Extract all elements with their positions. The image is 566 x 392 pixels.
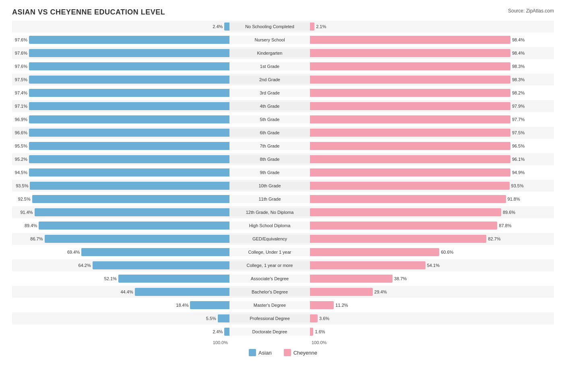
cheyenne-value: 93.5% <box>511 183 527 188</box>
row-label: Master's Degree <box>229 301 310 309</box>
asian-value: 92.5% <box>15 197 31 201</box>
cheyenne-value: 3.6% <box>319 316 335 321</box>
asian-value: 86.7% <box>28 236 43 241</box>
cheyenne-value: 97.5% <box>512 130 527 135</box>
cheyenne-bar <box>310 23 314 31</box>
row-label: GED/Equivalency <box>229 235 310 243</box>
left-bar-container: 91.4% <box>12 208 229 216</box>
left-bar-container: 92.5% <box>12 195 229 203</box>
legend: Asian Cheyenne <box>12 349 554 356</box>
row-label: High School Diploma <box>229 222 310 230</box>
cheyenne-value: 97.9% <box>512 104 527 109</box>
cheyenne-bar <box>310 222 497 230</box>
cheyenne-value: 54.1% <box>427 263 442 268</box>
right-bar-container: 98.4% <box>310 49 527 57</box>
axis-left: 100.0% <box>12 340 229 345</box>
row-label: Nursery School <box>229 36 310 44</box>
right-bar-container: 97.7% <box>310 115 527 123</box>
left-bar-container: 44.4% <box>12 288 229 296</box>
cheyenne-bar <box>310 328 313 336</box>
left-bar-container: 5.5% <box>12 314 229 322</box>
asian-value: 97.6% <box>12 64 27 69</box>
asian-value: 96.6% <box>12 130 27 135</box>
cheyenne-value: 98.3% <box>512 64 527 69</box>
right-bar-container: 96.5% <box>310 142 527 150</box>
asian-value: 93.5% <box>13 183 28 188</box>
asian-value: 69.4% <box>64 250 80 254</box>
chart-row: 94.5% 9th Grade 94.9% <box>12 166 554 179</box>
left-bar-container: 69.4% <box>12 248 229 256</box>
cheyenne-bar <box>310 208 501 216</box>
left-bar-container: 2.4% <box>12 328 229 336</box>
asian-value: 97.4% <box>12 90 27 95</box>
cheyenne-bar <box>310 102 510 110</box>
right-bar-container: 97.5% <box>310 129 527 137</box>
axis-right: 100.0% <box>310 340 527 345</box>
cheyenne-bar <box>310 142 510 150</box>
cheyenne-bar <box>310 261 426 269</box>
row-label: 11th Grade <box>229 195 310 203</box>
chart-title: ASIAN VS CHEYENNE EDUCATION LEVEL <box>12 8 554 16</box>
asian-bar <box>39 222 229 230</box>
cheyenne-value: 98.4% <box>512 51 527 55</box>
row-label: 4th Grade <box>229 102 310 110</box>
cheyenne-bar <box>310 129 510 137</box>
legend-box-cheyenne <box>284 349 291 356</box>
asian-bar <box>32 195 229 203</box>
chart-row: 5.5% Professional Degree 3.6% <box>12 312 554 324</box>
row-label: 7th Grade <box>229 142 310 150</box>
chart-row: 52.1% Associate's Degree 38.7% <box>12 273 554 285</box>
asian-value: 96.9% <box>12 117 27 122</box>
right-bar-container: 11.2% <box>310 301 527 309</box>
asian-value: 64.2% <box>76 263 91 268</box>
chart-row: 97.6% Kindergarten 98.4% <box>12 47 554 59</box>
chart-row: 95.2% 8th Grade 96.1% <box>12 153 554 165</box>
left-bar-container: 97.5% <box>12 76 229 84</box>
cheyenne-value: 60.6% <box>441 250 456 254</box>
chart-row: 69.4% College, Under 1 year 60.6% <box>12 246 554 258</box>
left-bar-container: 64.2% <box>12 261 229 269</box>
left-bar-container: 86.7% <box>12 235 229 243</box>
left-bar-container: 94.5% <box>12 168 229 177</box>
right-bar-container: 98.3% <box>310 76 527 84</box>
left-bar-container: 89.4% <box>12 222 229 230</box>
row-label: 8th Grade <box>229 155 310 163</box>
asian-bar <box>29 76 229 84</box>
cheyenne-bar <box>310 182 510 190</box>
legend-label-cheyenne: Cheyenne <box>293 350 317 356</box>
right-bar-container: 96.1% <box>310 155 527 163</box>
asian-value: 97.6% <box>12 51 27 55</box>
left-bar-container: 96.9% <box>12 115 229 123</box>
asian-bar <box>118 275 229 283</box>
asian-bar <box>224 328 229 336</box>
right-bar-container: 29.4% <box>310 288 527 296</box>
cheyenne-value: 91.8% <box>508 197 523 201</box>
cheyenne-bar <box>310 49 510 57</box>
axis-row: 100.0% 100.0% <box>12 340 554 345</box>
row-label: Associate's Degree <box>229 275 310 283</box>
left-bar-container: 95.5% <box>12 142 229 150</box>
cheyenne-bar <box>310 288 373 296</box>
row-label: College, 1 year or more <box>229 261 310 269</box>
row-label: Professional Degree <box>229 314 310 322</box>
row-label: Bachelor's Degree <box>229 288 310 296</box>
right-bar-container: 98.4% <box>310 36 527 44</box>
legend-label-asian: Asian <box>258 350 272 356</box>
asian-bar <box>29 62 229 70</box>
cheyenne-bar <box>310 115 510 123</box>
left-bar-container: 97.6% <box>12 36 229 44</box>
row-label: Kindergarten <box>229 49 310 57</box>
asian-bar <box>218 314 229 322</box>
left-bar-container: 97.4% <box>12 89 229 97</box>
left-bar-container: 97.1% <box>12 102 229 110</box>
cheyenne-value: 98.2% <box>512 90 527 95</box>
row-label: 2nd Grade <box>229 76 310 84</box>
right-bar-container: 82.7% <box>310 235 527 243</box>
right-bar-container: 93.5% <box>310 182 527 190</box>
right-bar-container: 87.8% <box>310 222 527 230</box>
left-bar-container: 95.2% <box>12 155 229 163</box>
cheyenne-bar <box>310 275 392 283</box>
chart-row: 97.1% 4th Grade 97.9% <box>12 100 554 112</box>
cheyenne-bar <box>310 62 510 70</box>
chart-row: 95.5% 7th Grade 96.5% <box>12 140 554 152</box>
